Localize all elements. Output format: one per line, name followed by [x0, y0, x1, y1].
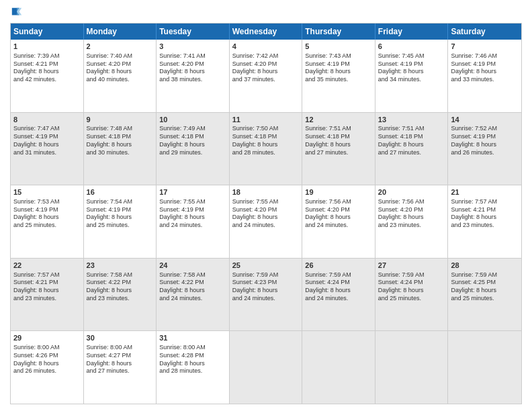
- weekday-header-saturday: Saturday: [448, 24, 521, 40]
- cell-info: Sunrise: 7:51 AM Sunset: 4:18 PM Dayligh…: [378, 125, 445, 156]
- cell-info: Sunrise: 7:39 AM Sunset: 4:21 PM Dayligh…: [13, 52, 81, 84]
- calendar-cell-27: 27Sunrise: 7:59 AM Sunset: 4:24 PM Dayli…: [375, 259, 449, 331]
- calendar-row-3: 15Sunrise: 7:53 AM Sunset: 4:19 PM Dayli…: [11, 185, 521, 258]
- cell-info: Sunrise: 7:47 AM Sunset: 4:19 PM Dayligh…: [13, 125, 81, 156]
- cell-info: Sunrise: 7:56 AM Sunset: 4:20 PM Dayligh…: [378, 198, 445, 230]
- cell-info: Sunrise: 7:54 AM Sunset: 4:19 PM Dayligh…: [87, 198, 154, 230]
- cell-info: Sunrise: 7:56 AM Sunset: 4:20 PM Dayligh…: [305, 198, 372, 230]
- day-number: 3: [159, 42, 226, 52]
- calendar-header: SundayMondayTuesdayWednesdayThursdayFrid…: [11, 24, 521, 40]
- calendar-cell-15: 15Sunrise: 7:53 AM Sunset: 4:19 PM Dayli…: [11, 185, 84, 258]
- cell-info: Sunrise: 7:58 AM Sunset: 4:22 PM Dayligh…: [159, 271, 226, 303]
- calendar-cell-5: 5Sunrise: 7:43 AM Sunset: 4:19 PM Daylig…: [302, 40, 375, 112]
- calendar-cell-empty: [375, 331, 449, 404]
- header: [10, 7, 522, 19]
- day-number: 13: [378, 115, 445, 125]
- calendar-cell-13: 13Sunrise: 7:51 AM Sunset: 4:18 PM Dayli…: [375, 113, 449, 185]
- cell-info: Sunrise: 7:59 AM Sunset: 4:25 PM Dayligh…: [451, 271, 519, 303]
- calendar-cell-4: 4Sunrise: 7:42 AM Sunset: 4:20 PM Daylig…: [230, 40, 303, 112]
- day-number: 30: [87, 333, 154, 343]
- day-number: 29: [13, 333, 81, 343]
- calendar-cell-16: 16Sunrise: 7:54 AM Sunset: 4:19 PM Dayli…: [84, 185, 157, 258]
- logo-text: [10, 7, 23, 19]
- calendar-cell-9: 9Sunrise: 7:48 AM Sunset: 4:18 PM Daylig…: [84, 113, 157, 185]
- calendar-cell-11: 11Sunrise: 7:50 AM Sunset: 4:18 PM Dayli…: [230, 113, 303, 185]
- cell-info: Sunrise: 7:42 AM Sunset: 4:20 PM Dayligh…: [232, 52, 300, 84]
- cell-info: Sunrise: 7:58 AM Sunset: 4:22 PM Dayligh…: [87, 271, 154, 303]
- cell-info: Sunrise: 7:50 AM Sunset: 4:18 PM Dayligh…: [232, 125, 300, 156]
- cell-info: Sunrise: 7:53 AM Sunset: 4:19 PM Dayligh…: [13, 198, 81, 230]
- day-number: 20: [378, 187, 445, 197]
- day-number: 19: [305, 187, 372, 197]
- calendar-body: 1Sunrise: 7:39 AM Sunset: 4:21 PM Daylig…: [11, 40, 521, 404]
- calendar-cell-7: 7Sunrise: 7:46 AM Sunset: 4:19 PM Daylig…: [448, 40, 521, 112]
- day-number: 21: [451, 187, 519, 197]
- day-number: 18: [232, 187, 300, 197]
- cell-info: Sunrise: 7:51 AM Sunset: 4:18 PM Dayligh…: [305, 125, 372, 156]
- cell-info: Sunrise: 8:00 AM Sunset: 4:26 PM Dayligh…: [13, 344, 81, 375]
- calendar-cell-26: 26Sunrise: 7:59 AM Sunset: 4:24 PM Dayli…: [302, 259, 375, 331]
- calendar-cell-2: 2Sunrise: 7:40 AM Sunset: 4:20 PM Daylig…: [84, 40, 157, 112]
- calendar-cell-28: 28Sunrise: 7:59 AM Sunset: 4:25 PM Dayli…: [448, 259, 521, 331]
- weekday-header-thursday: Thursday: [302, 24, 375, 40]
- calendar-cell-8: 8Sunrise: 7:47 AM Sunset: 4:19 PM Daylig…: [11, 113, 84, 185]
- calendar-cell-17: 17Sunrise: 7:55 AM Sunset: 4:19 PM Dayli…: [157, 185, 230, 258]
- day-number: 1: [13, 42, 81, 52]
- logo-flag-icon: [11, 7, 23, 19]
- day-number: 2: [87, 42, 154, 52]
- calendar-cell-12: 12Sunrise: 7:51 AM Sunset: 4:18 PM Dayli…: [302, 113, 375, 185]
- cell-info: Sunrise: 7:55 AM Sunset: 4:20 PM Dayligh…: [232, 198, 300, 230]
- calendar-cell-21: 21Sunrise: 7:57 AM Sunset: 4:21 PM Dayli…: [448, 185, 521, 258]
- day-number: 15: [13, 187, 81, 197]
- cell-info: Sunrise: 8:00 AM Sunset: 4:28 PM Dayligh…: [159, 344, 226, 375]
- calendar-cell-empty: [230, 331, 303, 404]
- cell-info: Sunrise: 7:41 AM Sunset: 4:20 PM Dayligh…: [159, 52, 226, 84]
- cell-info: Sunrise: 7:59 AM Sunset: 4:23 PM Dayligh…: [232, 271, 300, 303]
- calendar-row-1: 1Sunrise: 7:39 AM Sunset: 4:21 PM Daylig…: [11, 40, 521, 112]
- day-number: 16: [87, 187, 154, 197]
- day-number: 26: [305, 261, 372, 271]
- day-number: 24: [159, 261, 226, 271]
- calendar-cell-14: 14Sunrise: 7:52 AM Sunset: 4:19 PM Dayli…: [448, 113, 521, 185]
- cell-info: Sunrise: 7:48 AM Sunset: 4:18 PM Dayligh…: [87, 125, 154, 156]
- day-number: 11: [232, 115, 300, 125]
- calendar-cell-3: 3Sunrise: 7:41 AM Sunset: 4:20 PM Daylig…: [157, 40, 230, 112]
- day-number: 8: [13, 115, 81, 125]
- calendar-cell-29: 29Sunrise: 8:00 AM Sunset: 4:26 PM Dayli…: [11, 331, 84, 404]
- calendar-cell-31: 31Sunrise: 8:00 AM Sunset: 4:28 PM Dayli…: [157, 331, 230, 404]
- calendar-cell-25: 25Sunrise: 7:59 AM Sunset: 4:23 PM Dayli…: [230, 259, 303, 331]
- day-number: 23: [87, 261, 154, 271]
- day-number: 6: [378, 42, 445, 52]
- cell-info: Sunrise: 7:40 AM Sunset: 4:20 PM Dayligh…: [87, 52, 154, 84]
- calendar-row-5: 29Sunrise: 8:00 AM Sunset: 4:26 PM Dayli…: [11, 330, 521, 404]
- cell-info: Sunrise: 7:45 AM Sunset: 4:19 PM Dayligh…: [378, 52, 445, 84]
- day-number: 4: [232, 42, 300, 52]
- calendar-row-2: 8Sunrise: 7:47 AM Sunset: 4:19 PM Daylig…: [11, 112, 521, 185]
- weekday-header-wednesday: Wednesday: [230, 24, 303, 40]
- calendar-cell-6: 6Sunrise: 7:45 AM Sunset: 4:19 PM Daylig…: [375, 40, 449, 112]
- weekday-header-tuesday: Tuesday: [157, 24, 230, 40]
- cell-info: Sunrise: 8:00 AM Sunset: 4:27 PM Dayligh…: [87, 344, 154, 375]
- day-number: 10: [159, 115, 226, 125]
- calendar-cell-20: 20Sunrise: 7:56 AM Sunset: 4:20 PM Dayli…: [375, 185, 449, 258]
- day-number: 14: [451, 115, 519, 125]
- calendar-cell-22: 22Sunrise: 7:57 AM Sunset: 4:21 PM Dayli…: [11, 259, 84, 331]
- weekday-header-friday: Friday: [375, 24, 449, 40]
- day-number: 25: [232, 261, 300, 271]
- day-number: 22: [13, 261, 81, 271]
- calendar-cell-empty: [448, 331, 521, 404]
- calendar-cell-23: 23Sunrise: 7:58 AM Sunset: 4:22 PM Dayli…: [84, 259, 157, 331]
- weekday-header-sunday: Sunday: [11, 24, 84, 40]
- calendar-cell-1: 1Sunrise: 7:39 AM Sunset: 4:21 PM Daylig…: [11, 40, 84, 112]
- calendar: SundayMondayTuesdayWednesdayThursdayFrid…: [10, 23, 522, 404]
- day-number: 7: [451, 42, 519, 52]
- calendar-cell-18: 18Sunrise: 7:55 AM Sunset: 4:20 PM Dayli…: [230, 185, 303, 258]
- logo: [10, 7, 23, 19]
- cell-info: Sunrise: 7:46 AM Sunset: 4:19 PM Dayligh…: [451, 52, 519, 84]
- cell-info: Sunrise: 7:55 AM Sunset: 4:19 PM Dayligh…: [159, 198, 226, 230]
- cell-info: Sunrise: 7:49 AM Sunset: 4:18 PM Dayligh…: [159, 125, 226, 156]
- day-number: 27: [378, 261, 445, 271]
- cell-info: Sunrise: 7:57 AM Sunset: 4:21 PM Dayligh…: [451, 198, 519, 230]
- calendar-cell-24: 24Sunrise: 7:58 AM Sunset: 4:22 PM Dayli…: [157, 259, 230, 331]
- day-number: 31: [159, 333, 226, 343]
